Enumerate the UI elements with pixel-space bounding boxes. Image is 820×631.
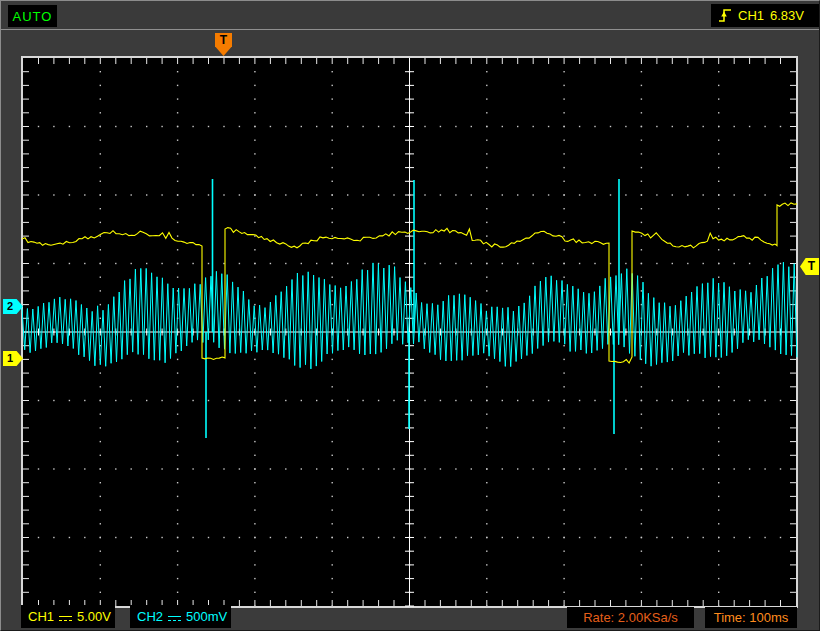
ch2-ground-marker[interactable]: 2 xyxy=(3,299,23,314)
trigger-source-label: CH1 xyxy=(738,8,764,23)
rising-edge-trigger-icon xyxy=(718,8,732,24)
ch2-scale-value: 500mV xyxy=(186,609,227,624)
dc-coupling-icon xyxy=(59,616,72,621)
oscilloscope-window: AUTO CH1 6.83V T T 2 1 CH1 5.00V CH2 xyxy=(0,0,820,631)
ch1-scale-badge[interactable]: CH1 5.00V xyxy=(21,605,115,628)
top-status-bar: AUTO CH1 6.83V xyxy=(1,1,819,30)
waveform-canvas xyxy=(21,56,798,608)
ch2-ground-label: 2 xyxy=(7,300,13,312)
trigger-info-badge[interactable]: CH1 6.83V xyxy=(711,4,819,27)
ch1-ground-marker[interactable]: 1 xyxy=(3,351,23,366)
trigger-level-marker[interactable]: T xyxy=(800,258,819,275)
ch1-scale-value: 5.00V xyxy=(77,609,111,624)
ch1-label: CH1 xyxy=(28,609,54,624)
trigger-position-marker[interactable]: T xyxy=(215,33,232,56)
sample-rate-badge: Rate: 2.00KSa/s xyxy=(567,607,694,628)
scope-display xyxy=(21,56,798,608)
sample-rate-label: Rate: 2.00KSa/s xyxy=(583,610,678,625)
timebase-label: Time: 100ms xyxy=(714,610,789,625)
trigger-level-value: 6.83V xyxy=(770,8,804,23)
timebase-badge: Time: 100ms xyxy=(705,607,797,628)
ch2-label: CH2 xyxy=(137,609,163,624)
ch1-ground-label: 1 xyxy=(7,352,13,364)
acquisition-mode-badge: AUTO xyxy=(8,5,57,27)
acquisition-mode-label: AUTO xyxy=(13,9,53,24)
trigger-position-label: T xyxy=(220,33,227,47)
trigger-level-label: T xyxy=(808,259,815,273)
dc-coupling-icon xyxy=(168,616,181,621)
ch2-scale-badge[interactable]: CH2 500mV xyxy=(130,605,231,628)
